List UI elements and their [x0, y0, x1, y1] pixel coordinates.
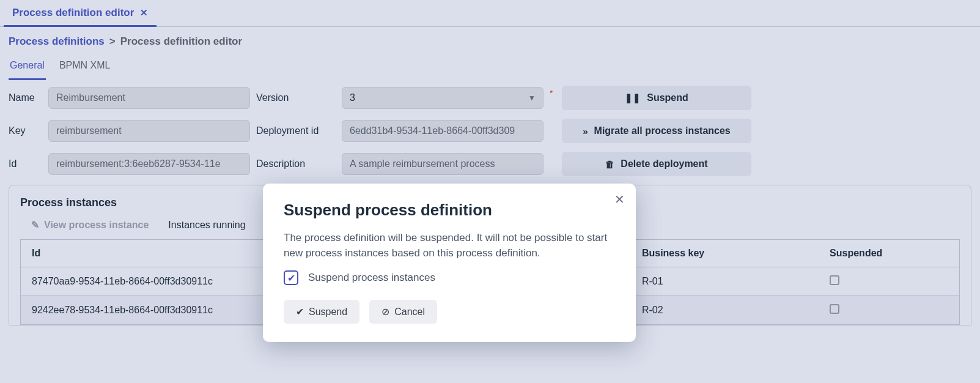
modal-checkbox-row: ✔ Suspend process instances: [284, 270, 615, 285]
ban-icon: ⊘: [381, 306, 389, 318]
check-icon: ✔: [287, 272, 295, 284]
modal-backdrop: ✕ Suspend process definition The process…: [0, 0, 980, 383]
check-icon: ✔: [296, 306, 304, 318]
suspend-modal: ✕ Suspend process definition The process…: [263, 184, 636, 342]
modal-suspend-button[interactable]: ✔ Suspend: [284, 300, 359, 324]
modal-title: Suspend process definition: [284, 201, 615, 220]
close-icon[interactable]: ✕: [614, 192, 625, 207]
modal-cancel-button[interactable]: ⊘ Cancel: [369, 300, 437, 324]
suspend-instances-checkbox-label: Suspend process instances: [308, 272, 435, 284]
modal-body: The process definition will be suspended…: [284, 231, 615, 261]
modal-cancel-button-label: Cancel: [394, 307, 425, 318]
suspend-instances-checkbox[interactable]: ✔: [284, 270, 298, 285]
modal-button-row: ✔ Suspend ⊘ Cancel: [284, 300, 615, 324]
modal-suspend-button-label: Suspend: [309, 307, 347, 318]
